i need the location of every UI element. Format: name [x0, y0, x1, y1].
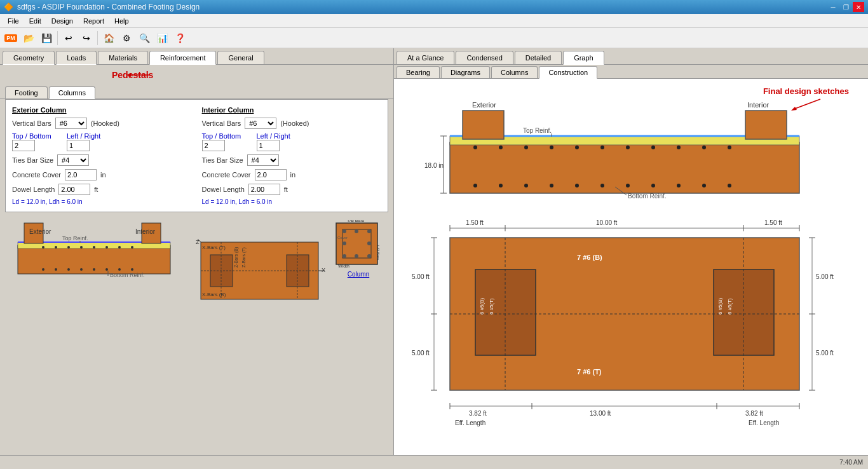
- tab-reinforcement[interactable]: Reinforcement: [149, 51, 217, 65]
- tab-footing[interactable]: Footing: [5, 86, 48, 99]
- int-concrete-cover-input[interactable]: [255, 169, 287, 180]
- int-ld-note: Ld = 12.0 in, Ldh = 6.0 in: [202, 198, 382, 205]
- int-dowel-label: Dowel Length: [202, 186, 245, 193]
- ext-vertical-bars-select[interactable]: #6#4#5#7: [55, 118, 87, 129]
- svg-point-69: [600, 146, 604, 149]
- int-vertical-bars-select[interactable]: #6#4#5#7: [245, 118, 276, 129]
- tab-general[interactable]: General: [217, 51, 264, 64]
- menu-help[interactable]: Help: [109, 16, 134, 26]
- minimize-button[interactable]: ─: [827, 2, 839, 12]
- svg-point-45: [342, 229, 346, 233]
- tab-condensed[interactable]: Condensed: [456, 51, 513, 64]
- column-cross-section: T/B Bars L/R Bars Cover Width: [333, 220, 384, 271]
- app-icon: 🔶: [4, 3, 13, 11]
- svg-text:6 #5(T): 6 #5(T): [727, 298, 733, 315]
- svg-point-13: [118, 246, 121, 248]
- ext-dowel-input[interactable]: [58, 184, 90, 195]
- subtab-diagrams[interactable]: Diagrams: [441, 66, 490, 78]
- svg-text:Top Reinf.: Top Reinf.: [523, 127, 552, 134]
- svg-point-71: [651, 146, 655, 149]
- menubar: File Edit Design Report Help: [0, 14, 868, 28]
- pedestals-arrow-svg: [10, 69, 74, 81]
- settings-button[interactable]: ⚙: [118, 30, 135, 46]
- tab-columns[interactable]: Columns: [49, 86, 95, 99]
- svg-point-68: [575, 146, 579, 149]
- svg-text:3.82 ft: 3.82 ft: [469, 410, 487, 417]
- ext-left-right-input[interactable]: [67, 140, 90, 151]
- tab-loads[interactable]: Loads: [56, 51, 97, 65]
- subtab-columns[interactable]: Columns: [491, 66, 538, 78]
- ext-concrete-cover-input[interactable]: [65, 169, 97, 180]
- svg-point-19: [93, 268, 95, 271]
- svg-text:1.50 ft: 1.50 ft: [466, 219, 484, 226]
- ext-vertical-bars-label: Vertical Bars: [12, 119, 51, 127]
- svg-rect-62: [463, 111, 504, 139]
- svg-point-76: [499, 184, 503, 187]
- tab-at-a-glance[interactable]: At a Glance: [397, 51, 454, 64]
- elevation-sketch: Exterior Interior Top Reinf. Bottom Rein…: [5, 220, 189, 283]
- int-top-bottom-input[interactable]: [202, 140, 225, 151]
- subtab-construction[interactable]: Construction: [539, 66, 597, 79]
- svg-point-14: [131, 246, 133, 248]
- svg-point-67: [550, 146, 553, 149]
- svg-point-75: [473, 184, 477, 187]
- ext-top-bottom-input[interactable]: [12, 140, 35, 151]
- menu-report[interactable]: Report: [78, 16, 109, 26]
- undo-button[interactable]: ↩: [60, 30, 77, 46]
- svg-point-47: [342, 254, 346, 258]
- svg-point-17: [67, 268, 70, 271]
- int-left-right-input[interactable]: [257, 140, 280, 151]
- main-container: Geometry Loads Materials Reinforcement G…: [0, 48, 868, 455]
- svg-point-15: [42, 268, 44, 271]
- home-button[interactable]: 🏠: [100, 30, 117, 46]
- final-design-annotation: Final design sketches: [763, 86, 849, 115]
- redo-button[interactable]: ↪: [78, 30, 95, 46]
- restore-button[interactable]: ❐: [840, 2, 851, 12]
- menu-edit[interactable]: Edit: [24, 16, 46, 26]
- tab-detailed[interactable]: Detailed: [515, 51, 562, 64]
- sketch-area: Exterior Interior Top Reinf. Bottom Rein…: [0, 217, 393, 305]
- statusbar: 7:40 AM: [0, 455, 868, 469]
- svg-line-57: [795, 99, 820, 109]
- help-button[interactable]: ❓: [172, 30, 188, 46]
- save-button[interactable]: 💾: [38, 30, 55, 46]
- svg-text:18.0 in: 18.0 in: [424, 162, 444, 169]
- svg-text:Bottom Reinf.: Bottom Reinf.: [110, 272, 145, 278]
- svg-text:X: X: [322, 267, 325, 273]
- ext-concrete-cover-label: Concrete Cover: [12, 171, 61, 179]
- tab-geometry[interactable]: Geometry: [3, 51, 55, 65]
- ext-top-bottom-label: Top / Bottom: [12, 132, 63, 140]
- ext-dowel-label: Dowel Length: [12, 186, 55, 193]
- status-time: 7:40 AM: [839, 459, 863, 466]
- tab-graph[interactable]: Graph: [563, 51, 604, 65]
- int-ties-bar-select[interactable]: #4#3#5: [247, 154, 279, 166]
- tab-materials[interactable]: Materials: [98, 51, 148, 64]
- pm-button[interactable]: PM: [3, 30, 19, 46]
- search-button[interactable]: 🔍: [136, 30, 153, 46]
- svg-text:1.50 ft: 1.50 ft: [764, 219, 782, 226]
- svg-text:5.00 ft: 5.00 ft: [412, 350, 430, 357]
- open-button[interactable]: 📂: [20, 30, 37, 46]
- final-design-arrow: [776, 96, 827, 115]
- int-hooked-label: (Hooked): [280, 119, 309, 127]
- menu-file[interactable]: File: [3, 16, 24, 26]
- subtab-bearing[interactable]: Bearing: [397, 66, 440, 78]
- close-button[interactable]: ✕: [853, 2, 864, 12]
- svg-point-73: [702, 146, 706, 149]
- svg-point-21: [118, 268, 121, 271]
- svg-text:Width: Width: [338, 264, 349, 268]
- menu-design[interactable]: Design: [46, 16, 78, 26]
- interior-column-section: Interior Column Vertical Bars #6#4#5#7 (…: [202, 106, 382, 205]
- int-top-bottom-label: Top / Bottom: [202, 132, 253, 140]
- ext-ties-bar-select[interactable]: #4#3#5: [57, 154, 89, 166]
- int-dowel-input[interactable]: [248, 184, 280, 195]
- chart-button[interactable]: 📊: [154, 30, 170, 46]
- column-link[interactable]: Column: [348, 271, 369, 278]
- svg-text:Eff. Length: Eff. Length: [749, 419, 779, 426]
- form-panel: Exterior Column Vertical Bars #6#4#5#7 (…: [5, 99, 388, 212]
- svg-point-49: [355, 229, 358, 233]
- svg-text:5.00 ft: 5.00 ft: [816, 350, 834, 357]
- svg-point-48: [367, 254, 371, 258]
- svg-text:7 #6 (B): 7 #6 (B): [577, 254, 602, 261]
- svg-point-8: [55, 246, 57, 248]
